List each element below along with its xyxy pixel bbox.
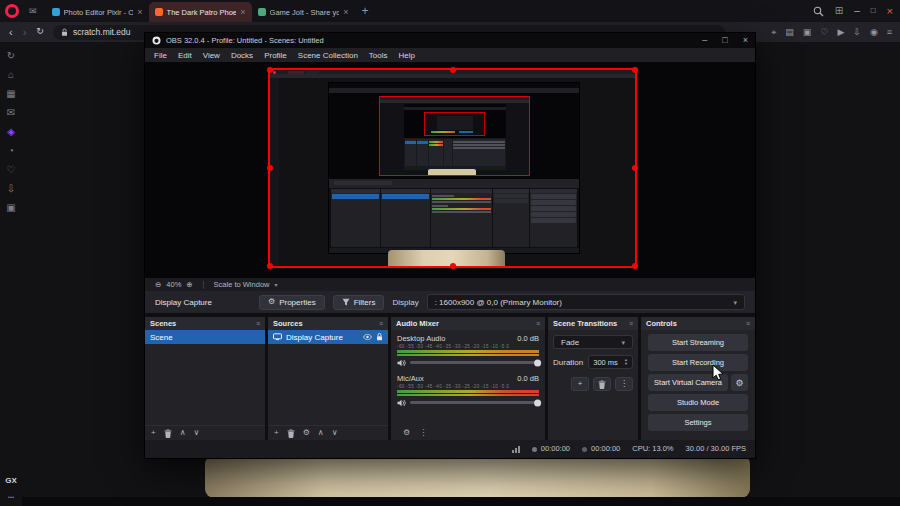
add-source-icon[interactable]: +	[274, 429, 279, 437]
spinner-arrows[interactable]: ▲ ▼	[624, 358, 628, 366]
resize-handle[interactable]	[267, 165, 273, 171]
messenger-shortcut-icon[interactable]: ✉	[29, 7, 37, 16]
gx-corner-icon[interactable]: ↻	[7, 51, 15, 61]
mixer-dock-header[interactable]: Audio Mixer ≡	[391, 317, 545, 330]
start-streaming-button[interactable]: Start Streaming	[648, 334, 748, 351]
tab-t-icon[interactable]: ▦	[6, 89, 15, 99]
back-icon[interactable]: ‹	[9, 27, 13, 38]
window-minimize-button[interactable]: –	[854, 6, 860, 16]
sources-dock-header[interactable]: Sources ≡	[268, 317, 388, 330]
speaker-icon[interactable]	[397, 399, 406, 407]
snapshot-icon[interactable]: ⌖	[771, 28, 776, 37]
scene-up-icon[interactable]: ∧	[180, 429, 186, 437]
add-scene-icon[interactable]: +	[151, 429, 156, 437]
resize-handle[interactable]	[450, 263, 456, 269]
downloads-icon[interactable]: ⇩	[853, 28, 861, 37]
menu-profile[interactable]: Profile	[264, 51, 287, 60]
player-icon[interactable]: ▶	[837, 28, 844, 37]
dock-menu-icon[interactable]: ≡	[256, 320, 260, 327]
browser-tab-active[interactable]: The Dark Patro Phoenix O... ×	[149, 2, 252, 22]
start-recording-button[interactable]: Start Recording	[648, 354, 748, 371]
twitch-icon[interactable]: ◈	[7, 127, 15, 137]
transitions-dock-header[interactable]: Scene Transitions ≡	[548, 317, 638, 330]
volume-slider[interactable]	[410, 361, 539, 364]
menu-scene-collection[interactable]: Scene Collection	[298, 51, 358, 60]
scene-down-icon[interactable]: ∨	[194, 429, 200, 437]
remove-transition-button[interactable]	[593, 377, 611, 391]
scenes-dock-header[interactable]: Scenes ≡	[145, 317, 265, 330]
window-close-button[interactable]: ×	[887, 6, 893, 17]
menu-docks[interactable]: Docks	[231, 51, 253, 60]
obs-maximize-button[interactable]: □	[722, 36, 727, 45]
resize-handle[interactable]	[267, 263, 273, 269]
transition-properties-button[interactable]: ⋮	[615, 377, 633, 391]
advanced-audio-icon[interactable]: ⚙	[403, 429, 410, 437]
tab-tiling-icon[interactable]: ⊞	[835, 6, 843, 16]
add-transition-button[interactable]: +	[571, 377, 589, 391]
obs-minimize-button[interactable]: –	[702, 36, 707, 45]
pinboards-side-icon[interactable]: ♡	[7, 165, 16, 175]
zoom-in-icon[interactable]: ⊕	[186, 281, 192, 289]
search-icon[interactable]	[813, 6, 824, 17]
remove-scene-icon[interactable]	[164, 429, 172, 438]
studio-mode-button[interactable]: Studio Mode	[648, 394, 748, 411]
display-capture-selection[interactable]	[268, 68, 637, 268]
extensions-icon[interactable]: ▣	[803, 28, 812, 37]
scale-mode-dropdown[interactable]: Scale to Window	[214, 281, 270, 289]
menu-tools[interactable]: Tools	[369, 51, 388, 60]
source-item-selected[interactable]: Display Capture	[268, 330, 388, 344]
dock-menu-icon[interactable]: ≡	[379, 320, 383, 327]
visibility-eye-icon[interactable]	[363, 334, 372, 340]
menu-file[interactable]: File	[154, 51, 167, 60]
tab-close-icon[interactable]: ×	[240, 8, 245, 17]
obs-close-button[interactable]: ×	[743, 36, 748, 45]
menu-edit[interactable]: Edit	[178, 51, 192, 60]
messenger-icon[interactable]: ✉	[7, 108, 15, 118]
slider-handle[interactable]	[534, 359, 541, 366]
reload-icon[interactable]: ↻	[36, 27, 44, 38]
source-properties-icon[interactable]: ⚙	[303, 429, 310, 437]
zoom-level[interactable]: 40%	[166, 281, 181, 289]
menu-help[interactable]: Help	[399, 51, 415, 60]
properties-button[interactable]: ⚙ Properties	[259, 295, 325, 310]
obs-title-bar[interactable]: OBS 32.0.4 - Profile: Untitled - Scenes:…	[145, 33, 755, 48]
extensions-side-icon[interactable]: ▣	[6, 203, 15, 213]
browser-menu-icon[interactable]: ≡	[887, 28, 892, 37]
browser-tab[interactable]: Game Jolt - Share your cr... ×	[252, 2, 355, 22]
history-icon[interactable]: ◔	[8, 146, 14, 156]
source-down-icon[interactable]: ∨	[332, 429, 338, 437]
volume-slider[interactable]	[410, 401, 539, 404]
duration-spinner[interactable]: 300 ms ▲ ▼	[588, 355, 633, 369]
lock-icon[interactable]	[376, 333, 383, 341]
dock-menu-icon[interactable]: ≡	[536, 320, 540, 327]
resize-handle[interactable]	[632, 165, 638, 171]
spin-down-icon[interactable]: ▼	[624, 362, 628, 366]
profile-icon[interactable]: ◉	[870, 28, 878, 37]
resize-handle[interactable]	[632, 263, 638, 269]
source-up-icon[interactable]: ∧	[318, 429, 324, 437]
settings-button[interactable]: Settings	[648, 414, 748, 431]
downloads-side-icon[interactable]: ⇩	[7, 184, 15, 194]
resize-handle[interactable]	[450, 67, 456, 73]
zoom-out-icon[interactable]: ⊖	[155, 281, 161, 289]
resize-handle[interactable]	[267, 67, 273, 73]
slider-handle[interactable]	[534, 399, 541, 406]
new-tab-button[interactable]: +	[362, 5, 369, 17]
controls-dock-header[interactable]: Controls ≡	[641, 317, 755, 330]
mixer-more-icon[interactable]: ⋮	[419, 429, 427, 437]
speaker-icon[interactable]	[397, 359, 406, 367]
window-maximize-button[interactable]: □	[871, 7, 876, 15]
speed-dial-icon[interactable]: ⌂	[8, 70, 14, 80]
dock-menu-icon[interactable]: ≡	[746, 320, 750, 327]
transition-select[interactable]: Fade ▾	[553, 335, 633, 349]
dock-menu-icon[interactable]: ≡	[629, 320, 633, 327]
tab-close-icon[interactable]: ×	[137, 8, 142, 17]
scene-item-selected[interactable]: Scene	[145, 330, 265, 344]
display-select[interactable]: : 1600x900 @ 0,0 (Primary Monitor) ▾	[427, 294, 745, 310]
pinboards-icon[interactable]: ♡	[820, 28, 828, 37]
filters-button[interactable]: Filters	[333, 295, 385, 310]
sidebar-more-icon[interactable]: •••	[8, 494, 14, 500]
reading-list-icon[interactable]: ▤	[785, 28, 794, 37]
resize-handle[interactable]	[632, 67, 638, 73]
virtual-camera-config-button[interactable]: ⚙	[731, 374, 748, 391]
